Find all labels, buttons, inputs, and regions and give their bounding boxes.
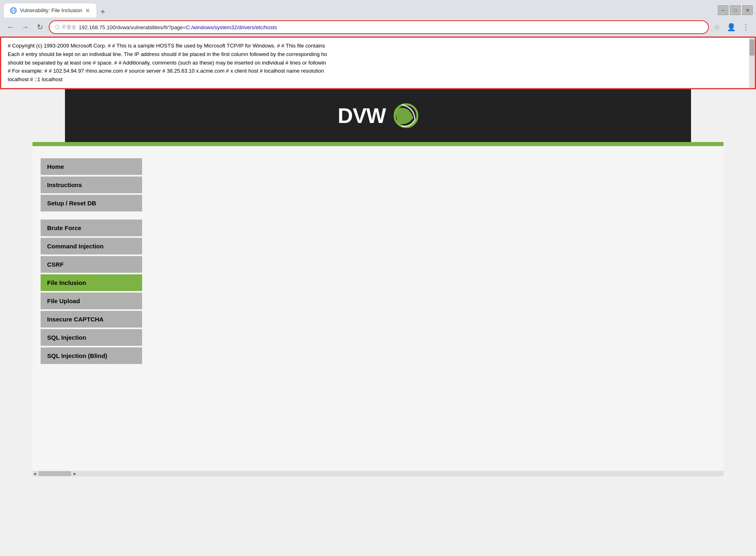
file-line-1: # Copyright (c) 1993-2009 Microsoft Corp… — [8, 42, 748, 50]
main-content — [150, 158, 724, 459]
sidebar: Home Instructions Setup / Reset DB Brute… — [32, 158, 150, 459]
tab-close-button[interactable]: ✕ — [85, 7, 90, 14]
file-line-3: should be separated by at least one # sp… — [8, 59, 748, 67]
insecure-label: 不安全 — [62, 24, 76, 31]
dvwa-logo-text-3: W — [366, 103, 386, 128]
sidebar-item-home[interactable]: Home — [41, 158, 142, 175]
refresh-button[interactable]: ↻ — [34, 22, 45, 33]
sidebar-top-section: Home Instructions Setup / Reset DB — [41, 158, 142, 211]
profile-button[interactable]: 👤 — [725, 21, 737, 33]
tab-favicon-icon — [10, 7, 17, 14]
window-controls: ─ □ ✕ — [718, 5, 753, 15]
title-bar: Vulnerability: File Inclusion ✕ + ─ □ ✕ — [0, 0, 756, 18]
address-base: 192.168.75.100/dvwa/vulnerabilities/fi/?… — [79, 24, 186, 30]
sidebar-vuln-section: Brute Force Command Injection CSRF File … — [41, 220, 142, 364]
sidebar-item-brute-force[interactable]: Brute Force — [41, 220, 142, 236]
dvwa-swoosh-icon — [386, 101, 418, 130]
sidebar-item-sql-injection[interactable]: SQL Injection — [41, 329, 142, 346]
sidebar-item-insecure-captcha[interactable]: Insecure CAPTCHA — [41, 311, 142, 328]
address-text: 192.168.75.100/dvwa/vulnerabilities/fi/?… — [79, 24, 277, 30]
scrollbar-thumb[interactable] — [750, 39, 754, 56]
minimize-button[interactable]: ─ — [718, 5, 728, 15]
close-button[interactable]: ✕ — [742, 5, 753, 15]
browser-menu-button[interactable]: ⋮ — [741, 21, 751, 33]
sidebar-item-file-inclusion[interactable]: File Inclusion — [41, 274, 142, 291]
sidebar-item-instructions[interactable]: Instructions — [41, 177, 142, 193]
address-bar[interactable]: ⓘ 不安全 192.168.75.100/dvwa/vulnerabilitie… — [49, 20, 709, 34]
browser-frame: Vulnerability: File Inclusion ✕ + ─ □ ✕ … — [0, 0, 756, 476]
sidebar-item-csrf[interactable]: CSRF — [41, 256, 142, 273]
dvwa-logo-text-2: V — [352, 103, 366, 128]
back-button[interactable]: ← — [5, 22, 16, 33]
new-tab-button[interactable]: + — [97, 6, 108, 17]
maximize-button[interactable]: □ — [730, 5, 741, 15]
vertical-scrollbar[interactable] — [749, 38, 755, 88]
horizontal-scrollbar[interactable]: ◄ ► — [32, 471, 724, 476]
forward-button[interactable]: → — [19, 22, 31, 33]
file-line-2: Each # entry should be kept on an indivi… — [8, 50, 748, 59]
dvwa-header-wrapper: D V W — [32, 89, 724, 146]
content-area: Home Instructions Setup / Reset DB Brute… — [32, 146, 724, 471]
sidebar-item-setup[interactable]: Setup / Reset DB — [41, 195, 142, 211]
file-line-5: localhost # ::1 localhost — [8, 75, 748, 84]
tab-area: Vulnerability: File Inclusion ✕ + — [3, 3, 108, 17]
address-path: C:/windows/system32/drivers/etc/hosts — [186, 24, 277, 30]
page-wrapper: D V W Home Instructions — [0, 89, 756, 476]
sidebar-item-sql-injection-blind[interactable]: SQL Injection (Blind) — [41, 347, 142, 364]
active-tab[interactable]: Vulnerability: File Inclusion ✕ — [3, 3, 97, 17]
sidebar-item-command-injection[interactable]: Command Injection — [41, 238, 142, 254]
file-content-box: # Copyright (c) 1993-2009 Microsoft Corp… — [0, 37, 756, 89]
h-scrollbar-thumb[interactable] — [39, 471, 71, 476]
dvwa-logo-text: D — [338, 103, 353, 128]
sidebar-item-file-upload[interactable]: File Upload — [41, 293, 142, 309]
h-scroll-left-arrow[interactable]: ◄ — [32, 471, 37, 476]
tab-title: Vulnerability: File Inclusion — [20, 7, 82, 13]
dvwa-logo: D V W — [338, 101, 418, 130]
bookmark-button[interactable]: ☆ — [712, 21, 722, 33]
file-line-4: # For example: # # 102.54.94.97 rhino.ac… — [8, 67, 748, 75]
h-scroll-right-arrow[interactable]: ► — [73, 471, 77, 476]
green-bar — [32, 142, 724, 146]
dvwa-header: D V W — [65, 89, 691, 142]
address-bar-row: ← → ↻ ⓘ 不安全 192.168.75.100/dvwa/vulnerab… — [0, 18, 756, 37]
lock-icon: ⓘ — [55, 24, 60, 31]
